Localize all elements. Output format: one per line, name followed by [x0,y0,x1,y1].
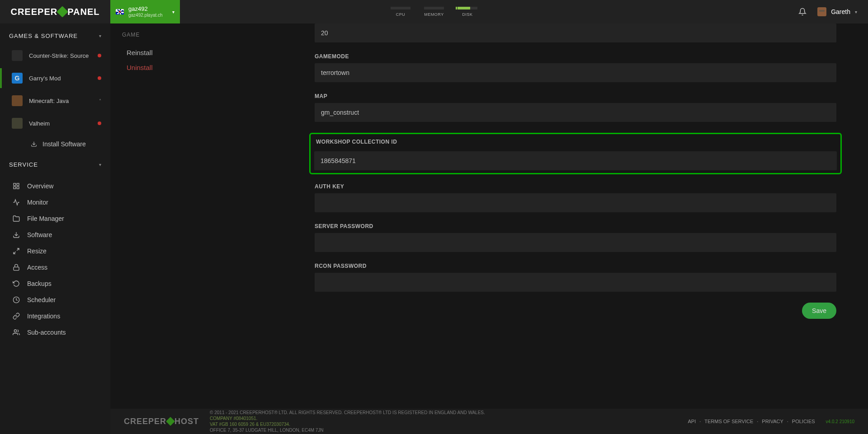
svg-rect-1 [14,183,16,186]
link-icon [13,313,20,320]
notifications-button[interactable] [798,8,807,16]
sidebar-item-software[interactable]: Software [0,227,110,243]
footer-link-tos[interactable]: TERMS OF SERVICE [704,419,753,424]
memory-meter: MEMORY [424,7,444,17]
subnav-header: GAME [122,32,271,38]
auth-label: AUTH KEY [315,183,836,190]
game-subnav: GAME Reinstall Uninstall [110,23,283,83]
svg-line-6 [17,248,19,251]
user-menu[interactable]: Gareth ▾ [817,7,857,16]
footer: CREEPER HOST © 2011 - 2021 CREEPERHOST® … [110,409,868,434]
workshop-label: WORKSHOP COLLECTION ID [316,139,837,145]
logo-part2: PANEL [67,7,99,17]
sidebar-item-monitor[interactable]: Monitor [0,194,110,210]
sidebar-item-resize[interactable]: Resize [0,243,110,259]
footer-version: v4.0.2 210910 [826,419,854,424]
field-0-input[interactable] [315,23,836,42]
sidebar-item-backups[interactable]: Backups [0,275,110,292]
server-selector-dropdown[interactable]: gaz492 gaz492.playat.ch ▾ [110,0,180,23]
footer-logo: CREEPER HOST [124,417,199,426]
server-name: gaz492 [128,6,163,12]
flag-icon [116,9,124,14]
clock-icon [13,296,20,303]
chevron-down-icon: ▾ [855,9,857,14]
avatar [817,7,826,16]
logo-cube-icon [166,417,175,426]
topbar: CREEPER PANEL gaz492 gaz492.playat.ch ▾ … [0,0,868,23]
gamemode-label: GAMEMODE [315,53,836,60]
sidebar-item-sub-accounts[interactable]: Sub-accounts [0,324,110,341]
sidebar-item-gmod[interactable]: Garry's Mod [4,68,107,88]
folder-icon [13,215,20,222]
status-dot-icon [98,54,101,57]
disk-meter: DISK [458,7,477,17]
svg-point-10 [14,330,16,332]
game-icon [12,50,23,61]
server-password-input[interactable] [315,233,836,252]
server-host: gaz492.playat.ch [128,13,163,18]
footer-legal: © 2011 - 2021 CREEPERHOST® LTD. ALL RIGH… [210,410,485,433]
cpu-meter: CPU [391,7,410,17]
chevron-down-icon: ▾ [99,33,101,38]
sidebar-item-integrations[interactable]: Integrations [0,308,110,324]
map-label: MAP [315,93,836,99]
lock-icon [13,264,20,271]
logo-part1: CREEPER [10,7,57,17]
rcon-password-label: RCON PASSWORD [315,263,836,269]
auth-input[interactable] [315,193,836,212]
sidebar-item-install-software[interactable]: Install Software [4,136,107,152]
save-button[interactable]: Save [802,303,836,319]
svg-line-7 [14,252,16,254]
sidebar-item-valheim[interactable]: Valheim [4,113,107,133]
subnav-reinstall[interactable]: Reinstall [122,45,271,60]
workshop-highlight: WORKSHOP COLLECTION ID [309,133,842,174]
expand-icon [13,247,20,255]
grid-icon [13,182,20,190]
rcon-password-input[interactable] [315,273,836,292]
logo[interactable]: CREEPER PANEL [0,0,110,23]
svg-rect-4 [14,187,16,189]
svg-rect-8 [14,267,19,270]
users-icon [13,329,20,336]
sidebar: GAMES & SOFTWARE ▾ Counter-Strike: Sourc… [0,23,110,434]
status-dot-icon [98,76,101,80]
game-icon [12,118,23,129]
resource-meters: CPU MEMORY DISK [391,7,477,17]
sidebar-section-games[interactable]: GAMES & SOFTWARE ▾ [0,23,110,46]
sidebar-item-css[interactable]: Counter-Strike: Source [4,46,107,65]
sidebar-item-minecraft[interactable]: Minecraft: Java ˄ [4,91,107,111]
logo-cube-icon [57,6,68,17]
chevron-down-icon: ▾ [99,162,101,167]
activity-icon [13,199,20,206]
chevron-up-icon: ˄ [99,98,101,103]
game-icon [12,95,23,106]
gamemode-input[interactable] [315,63,836,82]
svg-rect-2 [17,183,19,186]
sidebar-section-service[interactable]: SERVICE ▾ [0,152,110,174]
footer-link-privacy[interactable]: PRIVACY [762,419,783,424]
sidebar-item-overview[interactable]: Overview [0,178,110,194]
bell-icon [798,8,807,16]
server-password-label: SERVER PASSWORD [315,223,836,229]
status-dot-icon [98,121,101,125]
sidebar-item-access[interactable]: Access [0,259,110,275]
user-name: Gareth [831,8,850,15]
svg-rect-3 [17,187,19,189]
main-content: GAME Reinstall Uninstall GAMEMODE MAP WO… [110,23,868,409]
game-icon [12,73,23,84]
chevron-down-icon: ▾ [172,9,175,14]
refresh-icon [13,280,20,287]
sidebar-item-file-manager[interactable]: File Manager [0,210,110,227]
workshop-input[interactable] [314,151,837,170]
map-input[interactable] [315,103,836,122]
footer-links: API· TERMS OF SERVICE· PRIVACY· POLICIES… [688,419,854,424]
download-icon [31,141,37,147]
footer-link-api[interactable]: API [688,419,696,424]
download-icon [13,231,20,238]
sidebar-item-scheduler[interactable]: Scheduler [0,292,110,308]
subnav-uninstall[interactable]: Uninstall [122,60,271,75]
footer-link-policies[interactable]: POLICIES [792,419,815,424]
